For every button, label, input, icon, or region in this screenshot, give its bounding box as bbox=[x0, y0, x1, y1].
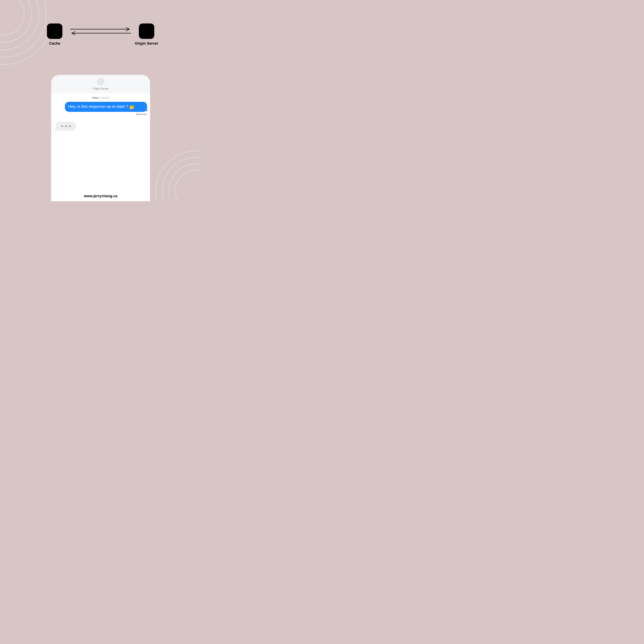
chat-header: Origin Server bbox=[51, 75, 150, 93]
origin-server-label: Origin Server bbox=[133, 41, 160, 46]
typing-dot-icon bbox=[61, 125, 63, 127]
decoration-rings-top-left bbox=[0, 0, 50, 67]
footer-url: www.jerrychang.ca bbox=[84, 194, 117, 198]
typing-dot-icon bbox=[65, 125, 67, 127]
cache-node bbox=[47, 23, 62, 39]
timestamp-time: 12:40 AM bbox=[99, 96, 109, 99]
svg-point-8 bbox=[175, 170, 201, 201]
chat-body: Today 12:40 AM Hey, is this response up-… bbox=[51, 93, 150, 201]
outgoing-message-bubble: Hey, is this response up-to-date ? 🤔 bbox=[65, 102, 147, 112]
cache-origin-diagram: Cache Origin Server bbox=[47, 23, 154, 46]
timestamp-day: Today bbox=[92, 96, 99, 99]
phone-chat-mockup: Origin Server Today 12:40 AM Hey, is thi… bbox=[51, 75, 150, 201]
typing-indicator bbox=[56, 122, 76, 131]
contact-avatar bbox=[97, 78, 104, 86]
contact-name: Origin Server bbox=[51, 87, 150, 90]
delivery-status: Delivered bbox=[51, 113, 147, 116]
cache-label: Cache bbox=[47, 41, 62, 46]
origin-server-node bbox=[139, 23, 154, 39]
decoration-rings-bottom-right bbox=[154, 149, 201, 201]
typing-dot-icon bbox=[69, 125, 71, 127]
svg-point-5 bbox=[156, 151, 201, 201]
svg-point-3 bbox=[0, 0, 32, 42]
bidirectional-arrows-icon bbox=[66, 26, 136, 36]
chat-timestamp: Today 12:40 AM bbox=[51, 96, 150, 99]
svg-point-7 bbox=[169, 164, 201, 201]
decoration-dot bbox=[5, 66, 7, 68]
thinking-face-emoji-icon: 🤔 bbox=[129, 105, 134, 110]
svg-point-4 bbox=[0, 0, 24, 35]
outgoing-message-text: Hey, is this response up-to-date ? bbox=[68, 104, 128, 109]
